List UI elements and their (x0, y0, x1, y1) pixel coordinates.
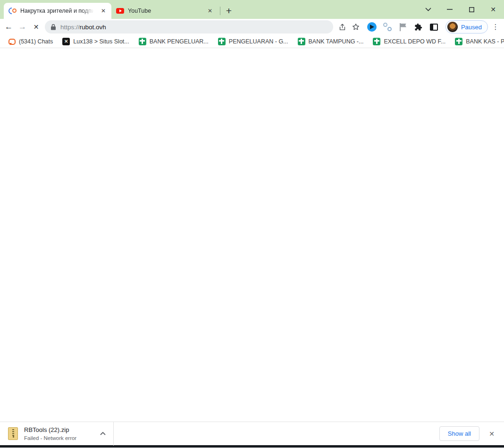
bookmark-excell-depo[interactable]: EXCELL DEPO WD F... (369, 36, 449, 47)
sync-paused-label: Paused (461, 24, 482, 31)
tab-title: YouTube (128, 8, 202, 14)
shelf-close-icon[interactable]: ✕ (486, 428, 497, 440)
page-content (0, 48, 504, 422)
profile-avatar (447, 22, 458, 32)
lock-icon (50, 24, 56, 30)
profile-button[interactable]: Paused (445, 20, 488, 34)
rubot-favicon-icon (8, 7, 17, 15)
tab-divider (220, 7, 220, 15)
maximize-button[interactable] (461, 0, 482, 19)
bookmark-lux138[interactable]: ✕ Lux138 > Situs Slot... (59, 36, 133, 47)
browser-toolbar: ← → ✕ https://rubot.ovh Paused ⋮ (0, 19, 504, 35)
google-sheets-icon (455, 38, 462, 45)
extension-blue-icon[interactable] (365, 20, 378, 34)
download-item[interactable]: RBTools (22).zip Failed - Network error (0, 422, 113, 445)
tab-search-chevron-icon[interactable] (417, 0, 439, 19)
flag-extension-icon[interactable] (396, 20, 410, 34)
google-sheets-icon (218, 38, 226, 45)
tab-youtube[interactable]: YouTube ✕ (111, 3, 218, 19)
bookmark-pengeluaran[interactable]: PENGELUARAN - G... (214, 36, 292, 47)
shelf-right-controls: Show all ✕ (439, 426, 504, 441)
stop-loading-button[interactable]: ✕ (29, 20, 43, 34)
show-all-button[interactable]: Show all (439, 426, 479, 441)
window-controls: ✕ (417, 0, 504, 19)
google-sheets-icon (139, 38, 146, 45)
google-sheets-icon (373, 38, 380, 45)
download-shelf: RBTools (22).zip Failed - Network error … (0, 422, 504, 445)
extensions-puzzle-icon[interactable] (412, 20, 425, 34)
address-bar[interactable]: https://rubot.ovh (45, 20, 333, 34)
minimize-button[interactable] (439, 0, 461, 19)
side-panel-icon[interactable] (428, 20, 441, 34)
chat-bubble-icon (8, 39, 16, 45)
lux138-icon: ✕ (62, 38, 70, 45)
bookmark-star-icon[interactable] (349, 20, 362, 34)
zip-file-icon (8, 427, 18, 440)
bottom-edge-strip (0, 445, 504, 448)
new-tab-button[interactable]: + (222, 4, 235, 17)
bookmarks-bar: (5341) Chats ✕ Lux138 > Situs Slot... BA… (0, 35, 504, 48)
back-button[interactable]: ← (2, 20, 16, 34)
forward-button[interactable]: → (16, 20, 29, 34)
bookmark-bank-pengeluar[interactable]: BANK PENGELUAR... (135, 36, 212, 47)
download-status: Failed - Network error (24, 435, 91, 441)
download-info: RBTools (22).zip Failed - Network error (24, 426, 91, 441)
browser-menu-kebab-icon[interactable]: ⋮ (490, 20, 501, 34)
url-text: https://rubot.ovh (60, 24, 106, 31)
tab-title: Накрутка зрителей и подписчи (20, 8, 95, 14)
bookmark-chats[interactable]: (5341) Chats (5, 37, 57, 46)
window-close-button[interactable]: ✕ (482, 0, 504, 19)
shelf-divider (113, 422, 114, 446)
download-filename: RBTools (22).zip (24, 426, 91, 433)
tab-close-icon[interactable]: ✕ (206, 7, 214, 15)
share-icon[interactable] (336, 20, 349, 34)
youtube-favicon-icon (116, 8, 124, 14)
link-extension-icon[interactable] (381, 20, 394, 34)
bookmark-bank-kas[interactable]: BANK KAS - PRISKI... (451, 36, 504, 47)
tab-strip: Накрутка зрителей и подписчи ✕ YouTube ✕… (0, 0, 504, 19)
extensions-zone (365, 20, 441, 34)
bookmark-bank-tampung[interactable]: BANK TAMPUNG -... (294, 36, 368, 47)
download-chevron-up-icon[interactable] (97, 428, 109, 440)
tab-rubot[interactable]: Накрутка зрителей и подписчи ✕ (4, 3, 111, 19)
tab-close-icon[interactable]: ✕ (99, 7, 108, 15)
google-sheets-icon (298, 38, 305, 45)
